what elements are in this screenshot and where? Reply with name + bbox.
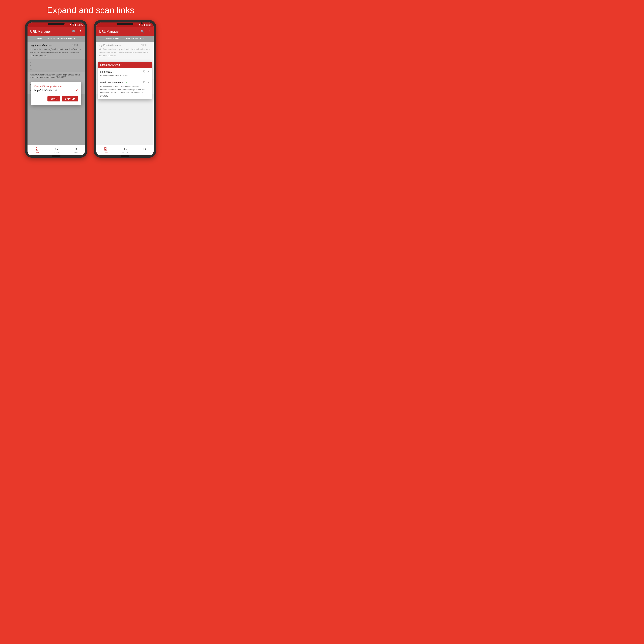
dialog-clear-icon[interactable]: ✕: [75, 89, 78, 92]
nav-google-right[interactable]: G Google: [122, 147, 128, 153]
phone-notch-left: [48, 23, 65, 25]
local-icon-left: 🗄: [35, 147, 39, 151]
dialog-hint: Enter a URL to expand or scan: [34, 85, 78, 88]
scroll-content-right: is.gd/betterGestures 2 DEC ⋮ http://spec…: [96, 42, 154, 145]
scroll-content-left: is.gd/betterGestures 2 DEC ⋮ http://spec…: [28, 42, 85, 145]
scan-button[interactable]: SCAN: [47, 96, 60, 101]
dialog-input-row: http://bit.ly/1U3m2z7 ✕: [34, 89, 78, 93]
more-icon-right[interactable]: ⋮: [148, 30, 151, 34]
redirect-url: http://tinyurl.com/de6eH7NZLc: [100, 74, 127, 77]
redirect-open-icon[interactable]: ↗: [147, 70, 150, 73]
final-open-icon[interactable]: ↗: [147, 81, 150, 84]
nav-local-left[interactable]: 🗄 Local: [35, 147, 39, 154]
status-icons-right: ▼ ▲ ▮ 12:35: [139, 24, 152, 26]
stats-text-right: TOTAL LINKS: 27 ·· HIDDEN LINKS: 4: [106, 38, 144, 40]
phone-notch-right: [117, 23, 133, 25]
google-icon-right: G: [124, 147, 127, 151]
final-result-item: Final URL destination ✔ ⧉ ↗ http://www.t…: [98, 79, 152, 99]
redirect-check-icon: ✔: [113, 70, 115, 73]
app-bar-right: URL Manager 🔍 ⋮: [96, 27, 154, 36]
status-time-right: 12:35: [146, 24, 152, 26]
final-title: Final URL destination: [100, 81, 124, 84]
link-item-1-right: is.gd/betterGestures 2 DEC ⋮ http://spec…: [96, 42, 154, 59]
redirect-title: Redirect 1: [100, 70, 112, 73]
result-popup: http://bit.ly/1U3m2z7 Redirect 1 ✔ ⧉ ↗: [98, 62, 152, 99]
nav-google-label-left: Google: [54, 151, 60, 153]
final-copy-icon[interactable]: ⧉: [143, 81, 145, 84]
page-title: Expand and scan links: [47, 5, 134, 15]
battery-icon: ▮: [75, 24, 76, 26]
phones-container: ▼ ▲ ▮ 12:35 URL Manager 🔍 ⋮ TOTAL LINKS:: [25, 20, 156, 158]
phone-camera-left: [72, 22, 74, 24]
redirect-result-item: Redirect 1 ✔ ⧉ ↗ http://tinyurl.com/de6e…: [98, 68, 152, 79]
search-icon-left[interactable]: 🔍: [72, 30, 76, 34]
stats-bar-left: TOTAL LINKS: 27 ·· HIDDEN LINKS: 4: [28, 36, 85, 42]
nav-local-label-right: Local: [103, 152, 108, 154]
dialog-overlay-left: Enter a URL to expand or scan http://bit…: [28, 42, 85, 145]
more-icon-left[interactable]: ⋮: [79, 30, 82, 34]
app-bar-actions-right: 🔍 ⋮: [141, 30, 151, 34]
bitly-icon-left: B: [75, 147, 77, 151]
phone-home-left: [52, 155, 61, 157]
nav-bitly-right[interactable]: B Bitly: [143, 147, 146, 153]
app-bar-title-left: URL Manager: [30, 30, 72, 34]
phone-screen-right: ▼ ▲ ▮ 12:35 URL Manager 🔍 ⋮ TOTAL LINKS:…: [96, 22, 154, 155]
phone-home-right: [121, 155, 129, 157]
final-url: http://www.techradar.com/news/phone-and-…: [100, 85, 146, 97]
dialog-input[interactable]: http://bit.ly/1U3m2z7: [34, 89, 75, 92]
result-popup-header: http://bit.ly/1U3m2z7: [98, 62, 152, 68]
nav-google-left[interactable]: G Google: [54, 147, 60, 153]
status-time-left: 12:35: [77, 24, 83, 26]
result-popup-url: http://bit.ly/1U3m2z7: [100, 64, 122, 66]
phone-right: ▼ ▲ ▮ 12:35 URL Manager 🔍 ⋮ TOTAL LINKS:…: [94, 20, 156, 158]
wifi-icon-right: ▼: [139, 24, 141, 26]
expand-button[interactable]: EXPAND: [62, 96, 78, 101]
app-bar-left: URL Manager 🔍 ⋮: [28, 27, 85, 36]
google-icon-left: G: [55, 147, 58, 151]
nav-google-label-right: Google: [122, 151, 128, 153]
status-icons-left: ▼ ▲ ▮ 12:35: [70, 24, 83, 26]
nav-bitly-left[interactable]: B Bitly: [74, 147, 78, 153]
stats-text-left: TOTAL LINKS: 27 ·· HIDDEN LINKS: 4: [37, 38, 75, 40]
wifi-icon: ▼: [70, 24, 72, 26]
nav-local-right[interactable]: 🗄 Local: [103, 147, 108, 154]
nav-local-label-left: Local: [35, 152, 39, 154]
local-icon-right: 🗄: [104, 147, 108, 151]
expand-scan-dialog: Enter a URL to expand or scan http://bit…: [31, 82, 81, 105]
dialog-buttons: SCAN EXPAND: [34, 96, 78, 101]
bottom-nav-left: 🗄 Local G Google B Bitly: [28, 145, 85, 155]
bottom-nav-right: 🗄 Local G Google B Bitly: [96, 145, 154, 155]
app-bar-title-right: URL Manager: [99, 30, 141, 34]
final-check-icon: ✔: [125, 81, 127, 84]
app-bar-actions-left: 🔍 ⋮: [72, 30, 82, 34]
phone-screen-left: ▼ ▲ ▮ 12:35 URL Manager 🔍 ⋮ TOTAL LINKS:: [28, 22, 85, 155]
nav-bitly-label-right: Bitly: [143, 151, 146, 153]
search-icon-right[interactable]: 🔍: [141, 30, 145, 34]
nav-bitly-label-left: Bitly: [74, 151, 78, 153]
stats-bar-right: TOTAL LINKS: 27 ·· HIDDEN LINKS: 4: [96, 36, 154, 42]
redirect-copy-icon[interactable]: ⧉: [143, 70, 145, 73]
phone-camera-right: [141, 22, 143, 24]
battery-icon-right: ▮: [144, 24, 145, 26]
phone-left: ▼ ▲ ▮ 12:35 URL Manager 🔍 ⋮ TOTAL LINKS:: [25, 20, 87, 158]
bitly-icon-right: B: [143, 147, 146, 151]
